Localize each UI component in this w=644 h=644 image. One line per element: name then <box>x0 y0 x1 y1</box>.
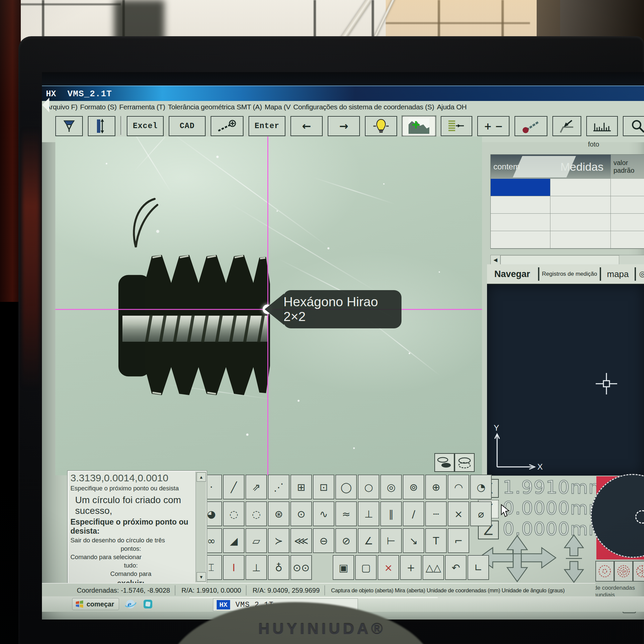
scroll-up-arrow[interactable]: ▲ <box>197 472 206 482</box>
menu-item-6[interactable]: Ajuda OH <box>437 103 467 111</box>
select-rect-tool[interactable]: ▢ <box>355 555 377 580</box>
cad-button[interactable]: CAD <box>169 116 206 136</box>
magnifier-icon[interactable] <box>623 116 644 136</box>
table-cell[interactable] <box>550 231 611 249</box>
menu-item-0[interactable]: Arquivo F) <box>46 103 77 111</box>
corner-arrow-icon[interactable] <box>552 116 581 136</box>
spline-tool[interactable]: ∿ <box>313 501 334 526</box>
cad-map-view[interactable]: Y X <box>487 284 644 476</box>
table-cell[interactable] <box>611 196 644 214</box>
target3-tool[interactable]: ⊙ <box>290 501 312 526</box>
ellipse-view-button[interactable] <box>454 453 475 472</box>
lightbulb-icon[interactable] <box>365 116 397 136</box>
tee-tool[interactable]: T <box>425 528 447 553</box>
menu-item-4[interactable]: Mapa (V <box>265 103 290 111</box>
polyline-tool[interactable]: ⋰ <box>268 475 289 499</box>
table-row[interactable] <box>491 196 644 214</box>
dotted-circle2-tool[interactable]: ◌ <box>246 501 267 526</box>
target-circle-tool[interactable]: ◎ <box>380 475 402 499</box>
corner-tool[interactable]: ⌐ <box>448 528 469 553</box>
freeform-tool[interactable]: ≈ <box>335 501 357 526</box>
table-cell[interactable] <box>611 179 644 196</box>
dashed-box-tool[interactable]: ⊡ <box>313 475 334 499</box>
pin-line-icon[interactable] <box>515 116 547 136</box>
enter-button[interactable]: Enter <box>249 116 285 136</box>
start-button[interactable]: começar <box>72 598 119 610</box>
table-cell[interactable] <box>550 196 611 214</box>
tab-partial[interactable]: ◎ <box>637 264 644 284</box>
arrow-right-icon[interactable]: → <box>328 116 360 136</box>
parallel-tool[interactable]: ∥ <box>380 501 402 526</box>
line-tool[interactable]: ╱ <box>223 475 245 499</box>
lens-mode-single-button[interactable] <box>595 561 614 582</box>
surface-scan-icon[interactable] <box>402 116 436 136</box>
camera-video-view[interactable]: Hexágono Hirao 2×2 <box>55 137 482 475</box>
table-cell[interactable] <box>611 214 644 231</box>
link-tool[interactable]: ▱ <box>246 528 267 553</box>
corner-l-tool[interactable]: ∟ <box>468 555 489 580</box>
ibeam-tool[interactable]: I <box>223 555 245 580</box>
arc-tool[interactable]: ◠ <box>448 475 469 499</box>
undo-tool[interactable]: ↶ <box>445 555 467 580</box>
grid-box-tool[interactable]: ⊞ <box>290 475 312 499</box>
ie-icon[interactable]: e <box>124 598 137 610</box>
lens-mode-rings-button[interactable] <box>614 561 633 582</box>
message-log-panel[interactable]: 3.3139,0.0014,0.0010Especifique o próxim… <box>67 470 207 585</box>
angle-lines-tool[interactable]: ⋘ <box>290 528 312 553</box>
datum-tool[interactable]: ⊢ <box>380 528 402 553</box>
perp-point-tool[interactable]: ⊥ <box>246 555 267 580</box>
angle-open-tool[interactable]: ≻ <box>268 528 289 553</box>
message-scrollbar[interactable]: ▲ ▼ <box>196 472 206 582</box>
measure-table[interactable]: contem Medidas valor padrão <box>490 154 644 249</box>
ruler-icon[interactable] <box>586 116 618 136</box>
perpendicular-tool[interactable]: ⊥ <box>358 501 379 526</box>
column-header-valor-padrao[interactable]: valor padrão <box>611 155 644 179</box>
menu-item-5[interactable]: Configurações do sistema de coordenadas … <box>293 103 434 111</box>
scroll-down-arrow[interactable]: ▼ <box>197 572 206 582</box>
cross-tool[interactable]: × <box>448 501 469 526</box>
table-cell[interactable] <box>550 214 611 231</box>
jog-pad-z[interactable] <box>561 534 587 583</box>
tab-navegar[interactable]: Navegar <box>487 264 537 284</box>
diag-arrow-tool[interactable]: ↘ <box>403 528 424 553</box>
circle-plus-tool[interactable]: ⊕ <box>425 475 447 499</box>
ellipse-tool[interactable]: ◯ <box>335 475 357 499</box>
delete-tool[interactable]: × <box>378 555 399 580</box>
arrow-line-tool[interactable]: ⇗ <box>246 475 267 499</box>
circle-slash-tool[interactable]: ⊘ <box>335 528 357 553</box>
key-gear-icon[interactable] <box>211 116 244 136</box>
scroll-thumb[interactable] <box>500 255 619 265</box>
arrow-left-icon[interactable]: ← <box>290 116 323 136</box>
excel-button[interactable]: Excel <box>127 116 164 136</box>
dotted-circle-tool[interactable]: ◌ <box>223 501 245 526</box>
circle-tool[interactable]: ○ <box>358 475 379 499</box>
table-cell[interactable] <box>611 231 644 249</box>
jog-pad-xy[interactable] <box>477 534 557 583</box>
crosshair-tool[interactable]: + <box>400 555 422 580</box>
line-point-tool[interactable]: ∕ <box>403 501 424 526</box>
height-measure-icon[interactable] <box>88 116 115 136</box>
table-cell[interactable] <box>491 214 550 231</box>
media-app-icon[interactable] <box>142 598 154 610</box>
menu-item-3[interactable]: Tolerância geométrica SMT (A) <box>168 103 262 111</box>
table-cell[interactable] <box>491 231 550 249</box>
probe-icon[interactable] <box>55 116 83 136</box>
pair-circles-tool[interactable]: ⊙⊙ <box>290 555 312 580</box>
table-row[interactable] <box>491 231 644 249</box>
cone-tool[interactable]: ◢ <box>223 528 245 553</box>
arc-cross-tool[interactable]: ◔ <box>470 475 492 499</box>
triangles-tool[interactable]: △△ <box>423 555 444 580</box>
layer-arrow-icon[interactable] <box>441 116 472 136</box>
table-horizontal-scrollbar[interactable]: ◀ <box>490 255 644 265</box>
scroll-left-arrow[interactable]: ◀ <box>491 255 500 265</box>
table-cell[interactable] <box>550 179 611 196</box>
table-row[interactable] <box>491 179 644 196</box>
menu-item-2[interactable]: Ferramenta (T) <box>119 103 165 111</box>
circle-hline-tool[interactable]: ⊖ <box>313 528 334 553</box>
plus-minus-icon[interactable]: + − <box>477 116 509 136</box>
angle-tool[interactable]: ∠ <box>358 528 379 553</box>
tab-registros[interactable]: Registros de medição <box>540 264 599 284</box>
lens-mode-segments-button[interactable] <box>633 561 644 582</box>
tab-mapa[interactable]: mapa <box>602 264 634 284</box>
table-cell[interactable] <box>491 196 550 214</box>
